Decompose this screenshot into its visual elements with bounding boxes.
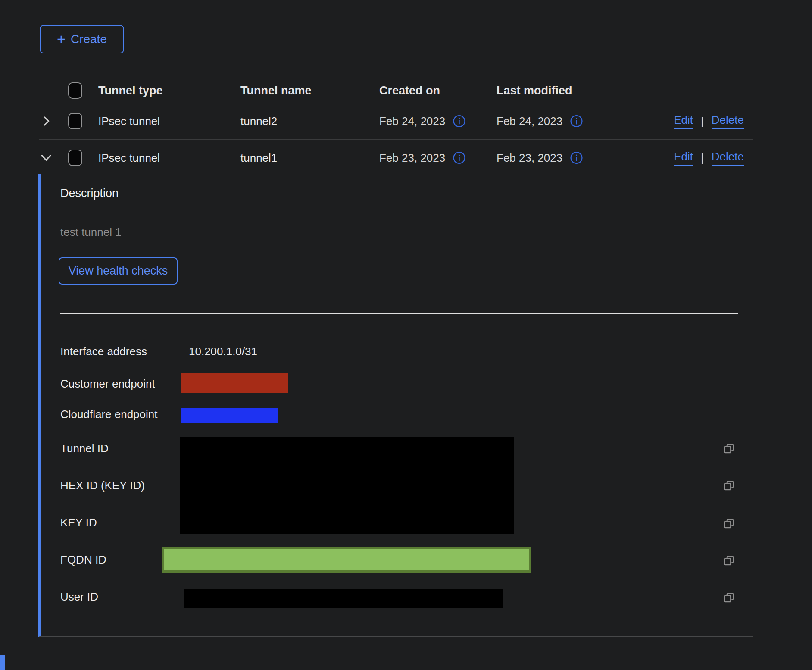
row-checkbox[interactable] bbox=[68, 150, 82, 166]
column-header-last-modified: Last modified bbox=[497, 84, 572, 97]
user-id-redacted-value bbox=[184, 589, 503, 608]
info-icon bbox=[453, 115, 466, 128]
column-header-tunnel-name: Tunnel name bbox=[240, 84, 312, 97]
view-health-checks-button[interactable]: View health checks bbox=[59, 257, 178, 285]
section-divider bbox=[60, 313, 738, 314]
copy-icon bbox=[721, 441, 736, 456]
row-checkbox[interactable] bbox=[68, 113, 82, 129]
ids-redacted-value bbox=[180, 437, 514, 534]
tunnel-id-label: Tunnel ID bbox=[60, 441, 109, 455]
delete-link[interactable]: Delete bbox=[712, 113, 744, 129]
info-icon bbox=[453, 151, 466, 165]
tunnel-name-cell: tunnel2 bbox=[240, 115, 277, 128]
copy-fqdn-id-button[interactable] bbox=[721, 554, 736, 568]
copy-user-id-button[interactable] bbox=[721, 591, 736, 605]
info-icon bbox=[570, 151, 583, 165]
copy-icon bbox=[721, 591, 736, 605]
copy-key-id-button[interactable] bbox=[721, 517, 736, 531]
cloudflare-endpoint-redacted-value bbox=[181, 408, 278, 423]
ipsec-tunnels-page: + Create Tunnel type Tunnel name Created… bbox=[0, 0, 812, 670]
cloudflare-endpoint-label: Cloudflare endpoint bbox=[60, 407, 158, 421]
fqdn-id-redacted-value bbox=[162, 547, 531, 573]
copy-tunnel-id-button[interactable] bbox=[721, 441, 736, 456]
info-icon bbox=[570, 115, 583, 128]
tunnel-name-cell: tunnel1 bbox=[240, 151, 277, 165]
created-on-cell: Feb 24, 2023 bbox=[379, 115, 445, 128]
tunnel-details-panel: Description test tunnel 1 View health ch… bbox=[38, 174, 753, 637]
create-button-label: Create bbox=[71, 32, 107, 46]
delete-link[interactable]: Delete bbox=[712, 150, 744, 166]
edit-link[interactable]: Edit bbox=[674, 113, 693, 129]
customer-endpoint-label: Customer endpoint bbox=[60, 377, 155, 391]
description-label: Description bbox=[60, 186, 119, 200]
collapse-row-button[interactable] bbox=[39, 150, 53, 165]
chevron-down-icon bbox=[39, 150, 53, 165]
clipped-expansion-bar-fragment bbox=[0, 655, 5, 670]
fqdn-id-label: FQDN ID bbox=[60, 553, 106, 567]
customer-endpoint-redacted-value bbox=[181, 373, 288, 393]
created-on-info-button[interactable] bbox=[453, 115, 466, 128]
expand-row-button[interactable] bbox=[40, 114, 53, 128]
action-separator: | bbox=[701, 115, 704, 128]
table-row: IPsec tunnel tunnel2 Feb 24, 2023 Feb 24… bbox=[39, 103, 753, 140]
column-header-created-on: Created on bbox=[379, 84, 440, 97]
plus-icon: + bbox=[57, 31, 66, 46]
created-on-info-button[interactable] bbox=[453, 151, 466, 165]
column-header-tunnel-type: Tunnel type bbox=[98, 84, 163, 97]
interface-address-value: 10.200.1.0/31 bbox=[189, 344, 257, 358]
edit-link[interactable]: Edit bbox=[674, 150, 693, 166]
created-on-cell: Feb 23, 2023 bbox=[379, 151, 445, 165]
copy-icon bbox=[721, 554, 736, 568]
copy-icon bbox=[721, 479, 736, 493]
select-all-checkbox[interactable] bbox=[68, 82, 82, 99]
hex-id-label: HEX ID (KEY ID) bbox=[60, 479, 145, 492]
description-value: test tunnel 1 bbox=[60, 225, 122, 239]
tunnel-type-cell: IPsec tunnel bbox=[98, 151, 160, 165]
user-id-label: User ID bbox=[60, 590, 98, 604]
last-modified-info-button[interactable] bbox=[570, 151, 583, 165]
tunnels-table: Tunnel type Tunnel name Created on Last … bbox=[39, 78, 753, 176]
copy-hex-id-button[interactable] bbox=[721, 479, 736, 493]
key-id-label: KEY ID bbox=[60, 516, 97, 529]
table-header-row: Tunnel type Tunnel name Created on Last … bbox=[39, 78, 753, 103]
chevron-right-icon bbox=[40, 114, 53, 128]
last-modified-cell: Feb 23, 2023 bbox=[497, 151, 562, 165]
tunnel-type-cell: IPsec tunnel bbox=[98, 115, 160, 128]
create-button[interactable]: + Create bbox=[40, 25, 124, 53]
last-modified-cell: Feb 24, 2023 bbox=[497, 115, 562, 128]
action-separator: | bbox=[701, 151, 704, 165]
table-row: IPsec tunnel tunnel1 Feb 23, 2023 Feb 23… bbox=[39, 140, 753, 176]
last-modified-info-button[interactable] bbox=[570, 115, 583, 128]
copy-icon bbox=[721, 517, 736, 531]
interface-address-label: Interface address bbox=[60, 344, 147, 358]
